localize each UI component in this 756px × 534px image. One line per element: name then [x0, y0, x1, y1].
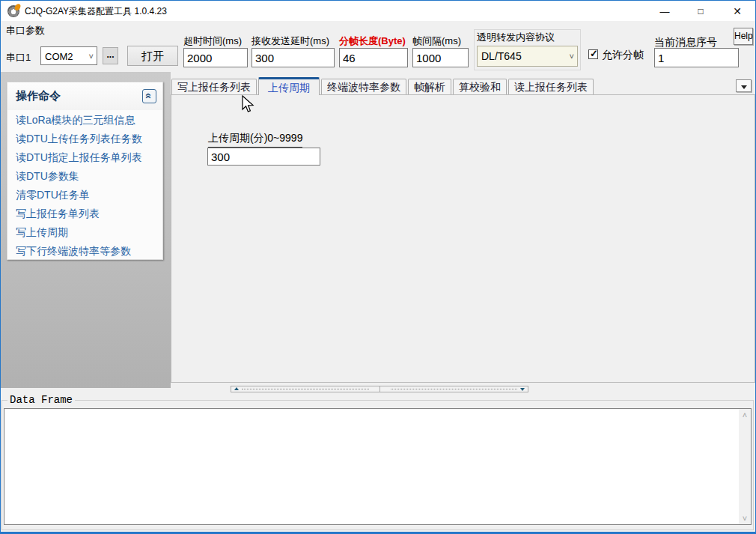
data-frame-scrollbar[interactable]: ˄ ˅ [739, 409, 751, 524]
minimize-button[interactable]: — [647, 1, 682, 22]
tab-write-report-task-list[interactable]: 写上报任务列表 [171, 79, 257, 94]
scroll-down-icon[interactable]: ˅ [739, 512, 751, 524]
frame-interval-input[interactable] [412, 48, 469, 67]
sidebar-item-clear-dtu-tasks[interactable]: 清零DTU任务单 [7, 186, 162, 204]
data-frame-label: Data Frame [7, 394, 75, 406]
sidebar-item-read-dtu-task-count[interactable]: 读DTU上传任务列表任务数 [7, 130, 162, 148]
frame-length-input[interactable] [339, 48, 408, 67]
sidebar-item-read-lora-triplet[interactable]: 读LoRa模块的三元组信息 [7, 111, 162, 130]
tab-overflow-dropdown-icon[interactable] [736, 79, 752, 92]
chevron-down-icon [89, 52, 94, 61]
frame-interval-label: 帧间隔(ms) [412, 34, 461, 48]
close-button[interactable]: ✕ [719, 1, 756, 22]
rx-tx-delay-label: 接收发送延时(ms) [252, 34, 329, 48]
command-list: 读LoRa模块的三元组信息 读DTU上传任务列表任务数 读DTU指定上报任务单列… [7, 111, 162, 261]
sidebar-item-read-dtu-params[interactable]: 读DTU参数集 [7, 167, 162, 186]
app-icon [7, 5, 19, 17]
tab-checksum[interactable]: 算校验和 [453, 79, 507, 94]
timeout-label: 超时时间(ms) [183, 34, 242, 48]
rx-tx-delay-input[interactable] [252, 48, 335, 67]
tab-read-report-task-list[interactable]: 读上报任务列表 [508, 79, 594, 94]
sidebar-item-write-task-list[interactable]: 写上报任务单列表 [7, 204, 162, 223]
title-bar: CJQ-G2AY采集器配置工具 1.0.4.23 — □ ✕ [1, 1, 755, 21]
com-port-select[interactable]: COM2 [40, 46, 97, 65]
splitter-collapse-down[interactable] [380, 386, 528, 392]
command-panel: 操作命令 读LoRa模块的三元组信息 读DTU上传任务列表任务数 读DTU指定上… [7, 82, 163, 260]
data-frame-textarea[interactable] [4, 408, 752, 525]
com-port-value: COM2 [45, 50, 73, 61]
tab-frame-parse[interactable]: 帧解析 [408, 79, 451, 94]
triangle-down-icon [520, 388, 525, 391]
window-title: CJQ-G2AY采集器配置工具 1.0.4.23 [25, 1, 167, 21]
timeout-input[interactable] [183, 48, 248, 67]
msg-seq-input[interactable] [654, 48, 739, 67]
allow-split-checkbox[interactable] [588, 49, 598, 59]
scroll-up-icon[interactable]: ˄ [739, 409, 751, 421]
browse-ports-button[interactable]: ... [103, 47, 118, 64]
maximize-button[interactable]: □ [683, 1, 718, 22]
sidebar-item-write-baudrate-params[interactable]: 写下行终端波特率等参数 [7, 242, 162, 261]
collapse-panel-icon[interactable] [142, 89, 156, 103]
help-button[interactable]: Help [734, 28, 753, 45]
splitter-collapse-up[interactable] [231, 386, 380, 392]
tab-upload-period[interactable]: 上传周期 [258, 77, 320, 95]
protocol-group-label: 透明转发内容协议 [477, 31, 555, 44]
command-panel-title: 操作命令 [16, 89, 61, 103]
open-port-button[interactable]: 打开 [127, 46, 178, 66]
tab-terminal-baudrate[interactable]: 终端波特率参数 [321, 79, 406, 94]
sidebar-item-write-upload-period[interactable]: 写上传周期 [7, 223, 162, 242]
port1-label: 串口1 [6, 51, 31, 64]
protocol-value: DL/T645 [481, 50, 522, 62]
frame-length-label: 分帧长度(Byte) [339, 34, 406, 48]
protocol-select[interactable]: DL/T645 [477, 46, 578, 67]
tab-strip: 写上报任务列表 上传周期 终端波特率参数 帧解析 算校验和 读上报任务列表 [171, 77, 595, 94]
triangle-up-icon [234, 387, 239, 390]
chevron-down-icon [570, 52, 574, 61]
allow-split-label: 允许分帧 [602, 49, 644, 62]
upload-period-input[interactable] [207, 148, 320, 166]
sidebar-item-read-dtu-task-list[interactable]: 读DTU指定上报任务单列表 [7, 148, 162, 167]
horizontal-splitter[interactable] [231, 386, 528, 392]
serial-params-label: 串口参数 [6, 24, 45, 37]
upload-period-label: 上传周期(分)0~9999 [208, 132, 302, 148]
command-panel-header: 操作命令 [7, 82, 162, 110]
